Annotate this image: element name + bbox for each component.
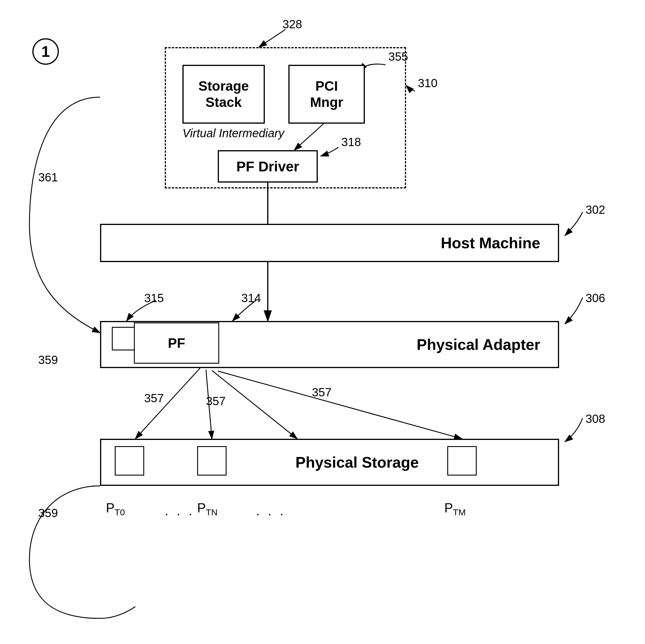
physical-storage-box: Physical Storage xyxy=(100,439,559,486)
pci-mngr-box: PCIMngr xyxy=(288,65,365,124)
diagram-container: 1 328 355 310 StorageStack PCIMngr Virtu… xyxy=(0,0,645,644)
ref-357c: 357 xyxy=(312,386,332,399)
p-t0-label: PT0 xyxy=(106,501,125,517)
ref-314: 314 xyxy=(241,292,261,305)
storage-box-middle xyxy=(197,446,227,476)
svg-line-5 xyxy=(218,371,462,439)
ref-310: 310 xyxy=(418,76,438,90)
p-tn-label: PTN xyxy=(197,501,217,517)
dots-2: . . . xyxy=(256,503,286,518)
pf-driver-box: PF Driver xyxy=(218,150,318,183)
p-tm-label: PTM xyxy=(444,501,466,517)
ref-306: 306 xyxy=(586,292,605,305)
physical-adapter-label: Physical Adapter xyxy=(417,336,540,353)
host-machine-label: Host Machine xyxy=(441,234,540,252)
virtual-intermediary-label: Virtual Intermediary xyxy=(182,127,284,140)
p-tn-sub: TN xyxy=(206,507,217,517)
p-tm-sub: TM xyxy=(453,507,465,517)
storage-stack-label: StorageStack xyxy=(198,78,249,111)
dots-1: . . . xyxy=(165,503,195,518)
ref-318: 318 xyxy=(341,136,361,149)
ref-357a: 357 xyxy=(144,391,164,405)
host-machine-box: Host Machine xyxy=(100,224,559,262)
ref-302: 302 xyxy=(586,203,605,216)
physical-storage-label: Physical Storage xyxy=(295,454,419,471)
pf-driver-label: PF Driver xyxy=(236,158,299,175)
ref-315: 315 xyxy=(144,292,164,305)
ref-357b: 357 xyxy=(206,394,226,408)
storage-box-right xyxy=(447,446,477,476)
p-t0-sub: T0 xyxy=(115,507,125,517)
pci-mngr-label: PCIMngr xyxy=(310,78,343,111)
ref-359b: 359 xyxy=(38,506,58,520)
ref-361: 361 xyxy=(38,171,58,184)
storage-box-left xyxy=(115,446,144,476)
ref-328: 328 xyxy=(282,18,302,31)
ref-308: 308 xyxy=(586,412,605,426)
pf-inner-box xyxy=(112,327,135,350)
storage-stack-box: StorageStack xyxy=(182,65,265,124)
pf-label: PF xyxy=(168,335,185,351)
pf-box: PF xyxy=(134,322,219,364)
figure-number: 1 xyxy=(32,38,59,65)
ref-359a: 359 xyxy=(38,353,58,367)
